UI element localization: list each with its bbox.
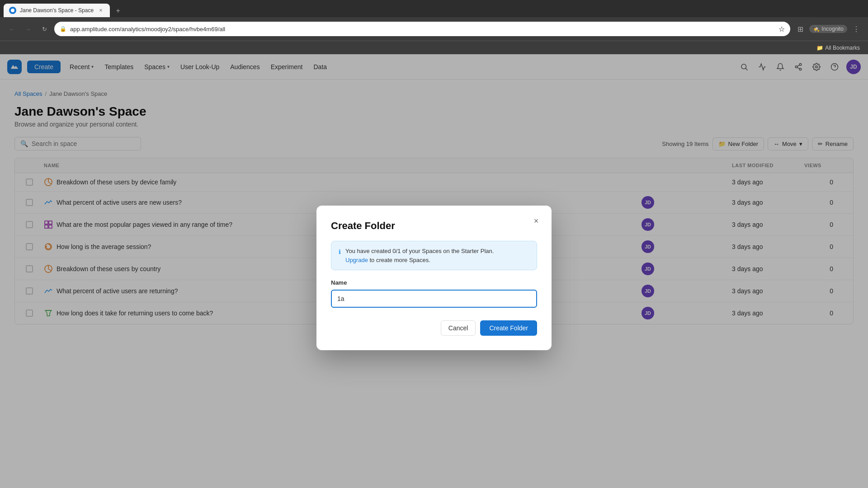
back-button[interactable]: ← <box>5 23 18 35</box>
lock-icon: 🔒 <box>60 26 66 32</box>
browser-actions: ⊞ 🕵 Incognito ⋮ <box>794 23 863 35</box>
name-label: Name <box>331 279 537 286</box>
tab-title: Jane Dawson's Space - Space <box>20 7 94 14</box>
modal-footer: Cancel Create Folder <box>331 320 537 336</box>
address-bar[interactable]: 🔒 app.amplitude.com/analytics/moodjoy2/s… <box>54 22 790 36</box>
upgrade-suffix: to create more Spaces. <box>368 257 430 263</box>
bookmarks-bar: 📁 All Bookmarks <box>0 41 868 54</box>
app-container: Create Recent ▾ Templates Spaces ▾ User … <box>0 54 868 488</box>
create-folder-modal: Create Folder × ℹ You have created 0/1 o… <box>316 206 552 350</box>
bookmarks-label: All Bookmarks <box>825 45 860 51</box>
incognito-badge: 🕵 Incognito <box>809 25 847 33</box>
new-tab-button[interactable]: + <box>112 5 124 17</box>
create-folder-button[interactable]: Create Folder <box>480 320 537 336</box>
info-banner-content: You have created 0/1 of your Spaces on t… <box>345 247 494 264</box>
extensions-button[interactable]: ⊞ <box>794 23 807 35</box>
tab-bar: Jane Dawson's Space - Space × + <box>0 0 868 17</box>
info-banner: ℹ You have created 0/1 of your Spaces on… <box>331 241 537 270</box>
browser-chrome: Jane Dawson's Space - Space × + ← → ↻ 🔒 … <box>0 0 868 41</box>
active-tab[interactable]: Jane Dawson's Space - Space × <box>4 4 110 17</box>
bookmarks-icon: 📁 <box>816 45 823 51</box>
svg-point-0 <box>11 9 14 12</box>
star-icon[interactable]: ☆ <box>778 25 785 33</box>
cancel-button[interactable]: Cancel <box>441 320 476 336</box>
upgrade-link[interactable]: Upgrade <box>345 257 368 263</box>
modal-overlay[interactable]: Create Folder × ℹ You have created 0/1 o… <box>0 54 868 488</box>
menu-button[interactable]: ⋮ <box>850 23 863 35</box>
tab-close-button[interactable]: × <box>97 7 104 14</box>
url-text: app.amplitude.com/analytics/moodjoy2/spa… <box>70 26 775 33</box>
modal-close-button[interactable]: × <box>530 215 542 227</box>
info-icon: ℹ <box>339 248 341 264</box>
reload-button[interactable]: ↻ <box>38 23 51 35</box>
folder-name-input[interactable] <box>331 290 537 308</box>
forward-button[interactable]: → <box>22 23 34 35</box>
modal-title: Create Folder <box>331 220 537 232</box>
info-text: You have created 0/1 of your Spaces on t… <box>345 248 494 254</box>
browser-controls: ← → ↻ 🔒 app.amplitude.com/analytics/mood… <box>0 17 868 41</box>
incognito-icon: 🕵 <box>813 26 820 32</box>
tab-favicon <box>9 7 16 14</box>
all-bookmarks-button[interactable]: 📁 All Bookmarks <box>814 44 863 52</box>
incognito-label: Incognito <box>821 26 844 32</box>
